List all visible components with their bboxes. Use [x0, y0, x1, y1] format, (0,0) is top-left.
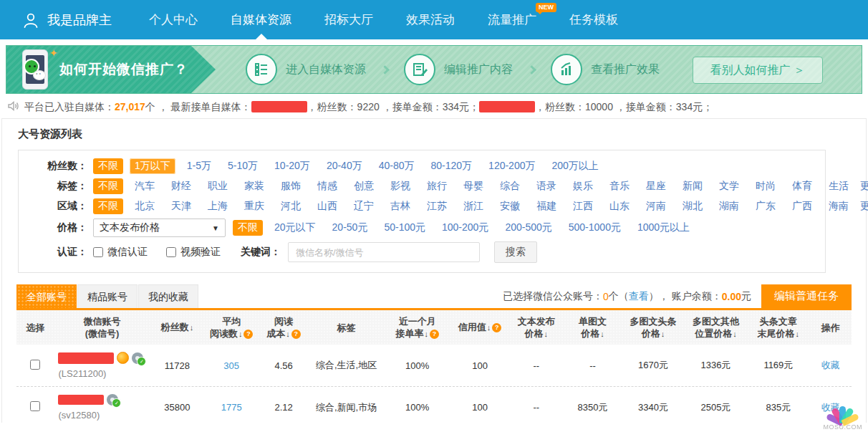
- fans-filter-option[interactable]: 5-10万: [223, 158, 263, 174]
- sort-desc-icon[interactable]: ↓: [661, 330, 665, 338]
- tag-filter-option[interactable]: 职业: [203, 178, 233, 194]
- tag-filter-option[interactable]: 情感: [312, 178, 342, 194]
- tag-filter-option[interactable]: 汽车: [130, 178, 160, 194]
- fans-filter-option[interactable]: 不限: [93, 158, 123, 174]
- avg-read-link[interactable]: 305: [204, 360, 259, 371]
- region-filter-option[interactable]: 山西: [312, 198, 342, 214]
- region-filter-option[interactable]: 江苏: [422, 198, 452, 214]
- checkbox[interactable]: [93, 247, 103, 257]
- see-how-others-promote-button[interactable]: 看别人如何推广 ＞: [693, 57, 823, 84]
- nav-item-task-template[interactable]: 任务模板: [566, 0, 621, 39]
- sort-desc-icon[interactable]: ↓: [286, 330, 290, 338]
- tag-filter-option[interactable]: 影视: [385, 178, 415, 194]
- region-filter-option[interactable]: 广西: [787, 198, 817, 214]
- price-filter-option[interactable]: 200-500元: [500, 220, 556, 236]
- tag-filter-option[interactable]: 娱乐: [568, 178, 598, 194]
- tag-filter-option[interactable]: 生活: [824, 178, 854, 194]
- fans-filter-option[interactable]: 40-80万: [374, 158, 420, 174]
- table-header-cell[interactable]: 近一个月接单率↓?: [384, 315, 450, 340]
- sort-desc-icon[interactable]: ↓: [238, 330, 243, 338]
- wechat-cert-checkbox[interactable]: 微信认证: [93, 246, 148, 259]
- table-header-cell[interactable]: 信用值↓?: [450, 321, 509, 334]
- price-filter-option[interactable]: 不限: [233, 220, 263, 236]
- price-filter-option[interactable]: 20元以下: [269, 220, 321, 236]
- region-filter-option[interactable]: 福建: [531, 198, 561, 214]
- brand-account[interactable]: 我是品牌主: [21, 11, 112, 29]
- region-filter-option[interactable]: 辽宁: [349, 198, 379, 214]
- region-filter-option[interactable]: 上海: [203, 198, 233, 214]
- tag-filter-option[interactable]: 家装: [239, 178, 269, 194]
- tag-filter-option[interactable]: 时尚: [751, 178, 781, 194]
- fans-filter-option[interactable]: 1万以下: [130, 158, 175, 174]
- fans-filter-option[interactable]: 80-120万: [426, 158, 478, 174]
- tag-filter-option[interactable]: 体育: [787, 178, 817, 194]
- region-filter-option[interactable]: 北京: [130, 198, 160, 214]
- table-header-cell[interactable]: 多图文头条价格↓: [622, 315, 684, 340]
- nav-item-bidding-hall[interactable]: 招标大厅: [322, 0, 376, 39]
- price-filter-option[interactable]: 1000元以上: [632, 220, 695, 236]
- price-filter-option[interactable]: 20-50元: [327, 220, 373, 236]
- sort-desc-icon[interactable]: ↓: [424, 330, 428, 338]
- table-header-cell[interactable]: 单图文价格↓: [564, 315, 622, 340]
- tag-filter-option[interactable]: 新闻: [677, 178, 708, 194]
- region-filter-option[interactable]: 广东: [751, 198, 781, 214]
- fans-filter-option[interactable]: 1-5万: [182, 158, 216, 174]
- region-filter-option[interactable]: 重庆: [239, 198, 269, 214]
- sort-desc-icon[interactable]: ↓: [796, 330, 800, 338]
- nav-item-personal-center[interactable]: 个人中心: [146, 0, 201, 39]
- keyword-input[interactable]: [288, 242, 480, 262]
- tag-filter-option[interactable]: 不限: [93, 178, 123, 194]
- sort-desc-icon[interactable]: ↓: [487, 323, 491, 332]
- help-icon[interactable]: ?: [430, 330, 439, 339]
- fans-filter-option[interactable]: 10-20万: [269, 158, 315, 174]
- table-header-cell[interactable]: 阅读成本↓?: [259, 315, 309, 340]
- more-regions-link[interactable]: 更多区域≫: [860, 200, 868, 213]
- table-header-cell[interactable]: 文本发布价格↓: [509, 315, 564, 340]
- help-icon[interactable]: ?: [492, 323, 501, 332]
- tag-filter-option[interactable]: 综合: [495, 178, 525, 194]
- tag-filter-option[interactable]: 文学: [714, 178, 744, 194]
- tab-all-accounts[interactable]: 全部账号: [16, 284, 77, 308]
- tag-filter-option[interactable]: 旅行: [422, 178, 452, 194]
- tag-filter-option[interactable]: 音乐: [604, 178, 635, 194]
- view-selected-link[interactable]: 查看: [629, 290, 649, 303]
- avg-read-link[interactable]: 1775: [204, 402, 259, 413]
- step-enter-resources[interactable]: 进入自媒体资源: [246, 54, 366, 85]
- fans-filter-option[interactable]: 120-200万: [483, 158, 540, 174]
- fans-filter-option[interactable]: 200万以上: [546, 158, 603, 174]
- help-icon[interactable]: ?: [291, 330, 301, 339]
- table-header-cell[interactable]: 头条文章末尾价格↓: [747, 315, 809, 340]
- nav-item-self-media-resources[interactable]: 自媒体资源: [228, 0, 294, 39]
- region-filter-option[interactable]: 浙江: [458, 198, 488, 214]
- step-view-effect[interactable]: 查看推广效果: [551, 54, 660, 85]
- region-filter-option[interactable]: 不限: [93, 198, 123, 214]
- sort-desc-icon[interactable]: ↓: [544, 330, 549, 338]
- tab-premium-accounts[interactable]: 精品账号: [77, 284, 138, 308]
- row-select-checkbox[interactable]: [30, 360, 40, 370]
- region-filter-option[interactable]: 湖北: [677, 198, 708, 214]
- tab-my-favorites[interactable]: 我的收藏: [138, 284, 198, 308]
- nav-item-traffic-promotion[interactable]: 流量推广 NEW: [485, 0, 539, 39]
- video-verify-checkbox[interactable]: 视频验证: [166, 246, 221, 259]
- tag-filter-option[interactable]: 母婴: [458, 178, 488, 194]
- region-filter-option[interactable]: 安徽: [495, 198, 525, 214]
- checkbox[interactable]: [166, 247, 176, 257]
- tag-filter-option[interactable]: 语录: [531, 178, 561, 194]
- sort-desc-icon[interactable]: ↓: [600, 330, 604, 338]
- region-filter-option[interactable]: 湖南: [714, 198, 744, 214]
- table-header-cell[interactable]: 粉丝数↓: [150, 321, 205, 334]
- price-filter-option[interactable]: 500-1000元: [564, 220, 626, 236]
- price-type-select[interactable]: 文本发布价格 ▼: [93, 219, 226, 237]
- region-filter-option[interactable]: 河北: [276, 198, 306, 214]
- help-icon[interactable]: ?: [243, 330, 253, 339]
- tag-filter-option[interactable]: 创意: [349, 178, 379, 194]
- sort-desc-icon[interactable]: ↓: [190, 323, 194, 332]
- step-edit-content[interactable]: 编辑推广内容: [404, 54, 513, 85]
- region-filter-option[interactable]: 河南: [641, 198, 671, 214]
- nav-item-effect-activity[interactable]: 效果活动: [403, 0, 458, 39]
- edit-task-button[interactable]: 编辑普通任务: [761, 284, 852, 308]
- favorite-link[interactable]: 收藏: [810, 359, 852, 372]
- table-header-cell[interactable]: 平均阅读数↓?: [204, 315, 259, 340]
- region-filter-option[interactable]: 海南: [824, 198, 854, 214]
- price-filter-option[interactable]: 50-100元: [379, 220, 430, 236]
